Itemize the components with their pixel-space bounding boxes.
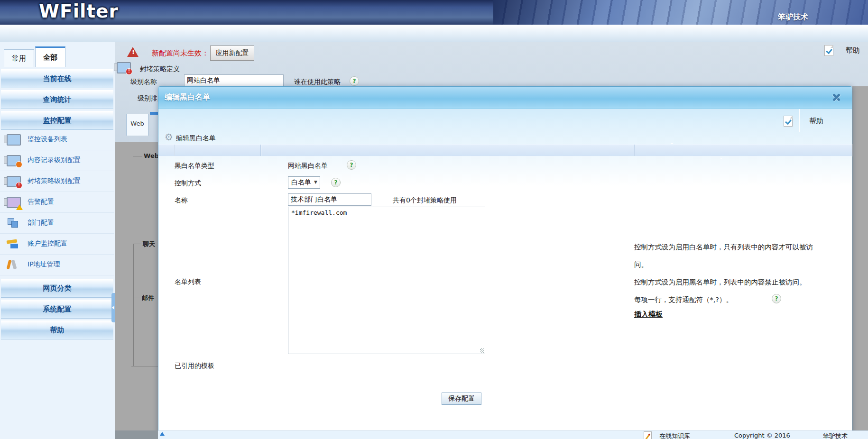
sidebar-item-block-policy[interactable]: ! 封堵策略级别配置 xyxy=(0,171,114,192)
knowledge-base-link[interactable]: 在线知识库 xyxy=(659,432,690,439)
sidebar-item-devices[interactable]: 监控设备列表 xyxy=(0,129,114,150)
who-uses-label: 谁在使用此策略 xyxy=(294,78,341,86)
scroll-arrow-icon[interactable] xyxy=(160,432,165,436)
name-input[interactable] xyxy=(288,193,371,206)
fieldset-chat-label: 聊天 xyxy=(143,240,155,248)
dialog-title: 编辑黑白名单 xyxy=(165,92,210,102)
dialog-titlebar: 编辑黑白名单 xyxy=(158,87,852,109)
wfilter-app: WFilter 笨驴技术 当前用户：localhost/admin 监控状态： … xyxy=(0,0,868,439)
wildcard-question-icon[interactable]: ? xyxy=(772,294,781,303)
gear-icon: ⚙ xyxy=(165,132,173,142)
banner-photo xyxy=(493,0,868,25)
window-alert-icon xyxy=(7,197,21,208)
dialog-header-divider xyxy=(799,109,799,132)
level-name-label: 级别名称 xyxy=(130,78,157,86)
close-icon[interactable] xyxy=(831,92,842,103)
sidebar-group-system[interactable]: 系统配置 xyxy=(1,300,113,319)
fieldset-web-label: Web xyxy=(144,152,159,159)
usage-note: 共有0个封堵策略使用 xyxy=(393,196,457,205)
who-uses-question-icon[interactable]: ? xyxy=(350,76,359,86)
help-line: 每项一行，支持通配符（*,?）。 xyxy=(634,295,857,304)
active-tab-fragment xyxy=(150,112,158,115)
kb-doc-icon xyxy=(644,431,652,439)
apply-config-button[interactable]: 应用新配置 xyxy=(210,46,254,61)
dialog-header-band xyxy=(158,144,852,156)
help-line: 控制方式设为启用黑名单时，列表中的内容禁止被访问。 xyxy=(634,278,857,287)
resize-grip[interactable] xyxy=(480,348,484,353)
main-toolbar: 当前用户：localhost/admin 监控状态： 2 ⇐ ⇒ ↻ xyxy=(0,25,868,42)
edit-blackwhite-dialog: 编辑黑白名单 帮助 ⚙ 编辑黑白名单 黑白名单类型 网站黑白名单 ? 控制方式 … xyxy=(158,86,852,439)
mode-question-icon[interactable]: ? xyxy=(331,178,341,187)
tab-common[interactable]: 常用 xyxy=(4,49,34,67)
sidebar-group-stats[interactable]: 查询统计 xyxy=(1,90,113,109)
sidebar-group-webclass[interactable]: 网页分类 xyxy=(1,279,113,298)
list-label: 名单列表 xyxy=(175,278,201,286)
sidebar-group-online[interactable]: 当前在线 xyxy=(1,69,113,88)
footer-scrollbar-segment[interactable] xyxy=(115,430,158,439)
type-label: 黑白名单类型 xyxy=(175,162,214,170)
fieldset-mail-label: 邮件 xyxy=(142,294,154,302)
dialog-inner-title: 编辑黑白名单 xyxy=(176,134,216,143)
type-question-icon[interactable]: ? xyxy=(347,160,356,170)
help-line: 问。 xyxy=(634,260,857,269)
section-monitor-alert-icon: ! xyxy=(117,62,131,73)
monitor-alert-icon: ! xyxy=(7,176,21,187)
referenced-templates-label: 已引用的模板 xyxy=(175,362,214,370)
sidebar-item-account[interactable]: 账户监控配置 xyxy=(0,233,114,255)
name-label: 名称 xyxy=(175,196,188,205)
sparkle-dot xyxy=(720,158,722,159)
warning-mark: ! xyxy=(132,48,135,55)
monitor-icon xyxy=(7,134,21,146)
content-help-link[interactable]: 帮助 xyxy=(846,46,860,55)
sidebar-item-record-level[interactable]: 内容记录级别配置 xyxy=(0,150,114,171)
copyright-text: Copyright © 2016 xyxy=(734,432,790,439)
chevron-down-icon: ▼ xyxy=(314,180,317,184)
dialog-help-link[interactable]: 帮助 xyxy=(809,117,823,126)
insert-template-link[interactable]: 插入模板 xyxy=(634,310,663,319)
mode-label: 控制方式 xyxy=(175,179,201,188)
monitor-gear-icon xyxy=(7,155,21,166)
level-name-input[interactable] xyxy=(184,74,284,87)
sidebar-item-ip[interactable]: IP地址管理 xyxy=(0,254,114,275)
save-config-button[interactable]: 保存配置 xyxy=(442,393,481,405)
mode-select[interactable]: 白名单 ▼ xyxy=(288,176,320,189)
type-value: 网站黑白名单 xyxy=(288,162,328,170)
sidebar-group-monitor[interactable]: 监控配置 xyxy=(1,111,113,130)
web-tab[interactable]: Web xyxy=(126,114,148,136)
top-banner: WFilter 笨驴技术 xyxy=(0,0,868,25)
sidebar-item-alarm[interactable]: 告警配置 xyxy=(0,192,114,213)
sidebar-item-department[interactable]: 部门配置 xyxy=(0,212,114,234)
brand-name: 笨驴技术 xyxy=(778,12,808,22)
list-textarea[interactable]: *imfirewall.com xyxy=(288,207,485,354)
footer-brand: 笨驴技术 xyxy=(823,432,848,439)
tab-all[interactable]: 全部 xyxy=(35,46,65,67)
overlay-left: Web 聊天 邮件 xyxy=(115,142,158,430)
help-line: 控制方式设为启用白名单时，只有列表中的内容才可以被访 xyxy=(634,243,857,252)
sidebar-group-help[interactable]: 帮助 xyxy=(1,320,113,339)
config-warning-text: 新配置尚未生效： xyxy=(152,49,209,58)
help-doc-icon xyxy=(824,45,833,56)
sidebar: 常用 全部 当前在线 查询统计 监控配置 监控设备列表 内容记录级别配置 ! 封… xyxy=(0,42,115,439)
section-title: 封堵策略定义 xyxy=(140,65,180,73)
overlay-right xyxy=(852,86,868,430)
app-logo: WFilter xyxy=(39,0,119,22)
dialog-help-doc-icon xyxy=(784,116,793,127)
